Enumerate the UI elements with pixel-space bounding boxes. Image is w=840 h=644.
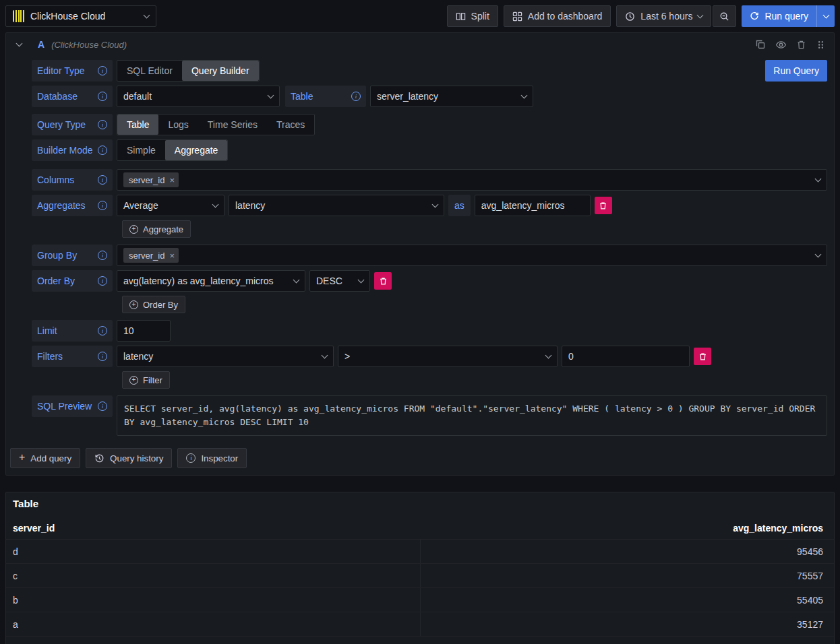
split-label: Split — [471, 11, 489, 22]
add-filter-button[interactable]: + Filter — [122, 371, 170, 389]
table-row: a 35127 — [6, 612, 834, 637]
editor-type-option-query-builder[interactable]: Query Builder — [182, 61, 259, 81]
chevron-down-icon — [822, 11, 829, 18]
chevron-down-icon — [358, 276, 365, 283]
builder-mode-option-aggregate[interactable]: Aggregate — [165, 140, 228, 160]
aggregates-label: Aggregates i — [32, 195, 113, 216]
columns-label: Columns i — [32, 169, 113, 191]
info-icon[interactable]: i — [98, 146, 107, 155]
add-filter-row: + Filter — [32, 371, 827, 389]
chevron-down-icon — [815, 175, 822, 182]
add-aggregate-button[interactable]: + Aggregate — [122, 220, 191, 238]
remove-tag-icon[interactable]: × — [169, 176, 175, 185]
database-table-row: Database i default Table i server_latenc… — [32, 86, 827, 107]
datasource-picker[interactable]: ClickHouse Cloud — [5, 5, 156, 27]
table-cell-avg-latency: 75557 — [420, 564, 834, 587]
editor-run-query-button[interactable]: Run Query — [765, 60, 827, 82]
table-cell-server-id: d — [6, 540, 420, 563]
remove-tag-icon[interactable]: × — [169, 251, 175, 260]
table-cell-avg-latency: 95456 — [420, 540, 834, 563]
time-controls: Last 6 hours — [616, 5, 736, 27]
column-tag-label: server_id — [129, 175, 164, 185]
datasource-hint: (ClickHouse Cloud) — [51, 40, 127, 50]
add-aggregate-row: + Aggregate — [32, 220, 827, 238]
trash-icon — [379, 277, 388, 286]
query-editor-footer: + Add query Query history i Inspector — [6, 436, 834, 475]
info-icon[interactable]: i — [98, 175, 107, 185]
order-by-direction-select[interactable]: DESC — [309, 270, 370, 292]
aggregate-alias-input[interactable] — [475, 195, 591, 216]
plus-circle-icon: + — [129, 376, 138, 385]
query-header-actions — [755, 39, 826, 51]
database-select[interactable]: default — [117, 86, 280, 107]
drag-handle-icon[interactable] — [816, 40, 826, 50]
query-type-option-table[interactable]: Table — [117, 115, 158, 135]
editor-type-option-sql-editor[interactable]: SQL Editor — [117, 61, 182, 81]
chevron-down-icon — [432, 201, 439, 207]
trash-icon — [698, 352, 707, 361]
group-by-tag-label: server_id — [129, 251, 164, 261]
aggregates-row: Aggregates i Average latency as — [32, 195, 827, 216]
filter-value-input[interactable] — [562, 346, 690, 367]
remove-order-by-button[interactable] — [374, 272, 392, 290]
inspector-button[interactable]: i Inspector — [177, 448, 247, 468]
sync-icon — [750, 11, 759, 21]
run-query-button[interactable]: Run query — [742, 5, 817, 27]
table-select[interactable]: server_latency — [370, 86, 533, 107]
query-type-option-time-series[interactable]: Time Series — [198, 115, 267, 135]
run-query-label: Run query — [764, 11, 808, 22]
limit-row: Limit i — [32, 320, 827, 342]
filter-field-select[interactable]: latency — [117, 346, 334, 367]
split-icon — [456, 11, 466, 22]
table-header-avg-latency-micros[interactable]: avg_latency_micros — [420, 521, 834, 536]
columns-multiselect[interactable]: server_id × — [117, 169, 827, 191]
aggregate-column-select[interactable]: latency — [229, 195, 444, 216]
add-order-by-button[interactable]: + Order By — [122, 296, 185, 313]
info-icon[interactable]: i — [98, 401, 107, 411]
query-type-radio-group: Table Logs Time Series Traces — [117, 114, 315, 135]
run-query-dropdown-button[interactable] — [817, 5, 835, 27]
columns-row: Columns i server_id × — [32, 169, 827, 191]
chevron-down-icon — [293, 276, 300, 283]
info-icon[interactable]: i — [98, 251, 107, 260]
add-to-dashboard-label: Add to dashboard — [528, 11, 603, 22]
add-query-button[interactable]: + Add query — [10, 448, 80, 468]
info-icon[interactable]: i — [351, 92, 361, 101]
builder-mode-option-simple[interactable]: Simple — [117, 140, 165, 160]
limit-label: Limit i — [32, 320, 113, 342]
order-by-field-select[interactable]: avg(latency) as avg_latency_micros — [117, 270, 305, 292]
hide-query-eye-icon[interactable] — [775, 39, 787, 51]
remove-aggregate-button[interactable] — [595, 197, 612, 214]
info-icon[interactable]: i — [98, 201, 107, 210]
group-by-multiselect[interactable]: server_id × — [117, 245, 827, 266]
info-icon[interactable]: i — [98, 326, 107, 335]
filter-operator-select[interactable]: > — [338, 346, 558, 367]
info-icon[interactable]: i — [98, 276, 107, 286]
duplicate-query-icon[interactable] — [755, 39, 766, 50]
split-button[interactable]: Split — [447, 5, 498, 27]
time-range-picker[interactable]: Last 6 hours — [616, 5, 711, 27]
filters-label: Filters i — [32, 346, 113, 367]
query-type-option-traces[interactable]: Traces — [267, 115, 314, 135]
info-icon[interactable]: i — [98, 352, 107, 361]
info-icon[interactable]: i — [98, 66, 107, 75]
zoom-out-icon — [719, 11, 729, 22]
table-header-server-id[interactable]: server_id — [6, 521, 420, 536]
chevron-down-icon — [268, 92, 274, 98]
query-history-button[interactable]: Query history — [86, 448, 172, 468]
filters-row: Filters i latency > — [32, 346, 827, 367]
zoom-out-button[interactable] — [713, 5, 736, 27]
remove-filter-button[interactable] — [694, 348, 711, 365]
info-icon[interactable]: i — [98, 92, 107, 101]
info-icon[interactable]: i — [98, 120, 107, 129]
aggregate-function-select[interactable]: Average — [117, 195, 224, 216]
database-select-value: default — [123, 91, 152, 102]
history-icon — [94, 453, 104, 463]
collapse-query-chevron-icon[interactable] — [16, 40, 23, 46]
limit-input[interactable] — [117, 320, 171, 342]
query-type-option-logs[interactable]: Logs — [158, 115, 198, 135]
delete-query-trash-icon[interactable] — [796, 40, 806, 50]
run-query-split-button: Run query — [742, 5, 835, 27]
add-to-dashboard-button[interactable]: Add to dashboard — [504, 5, 611, 27]
table-row: c 75557 — [6, 564, 834, 588]
